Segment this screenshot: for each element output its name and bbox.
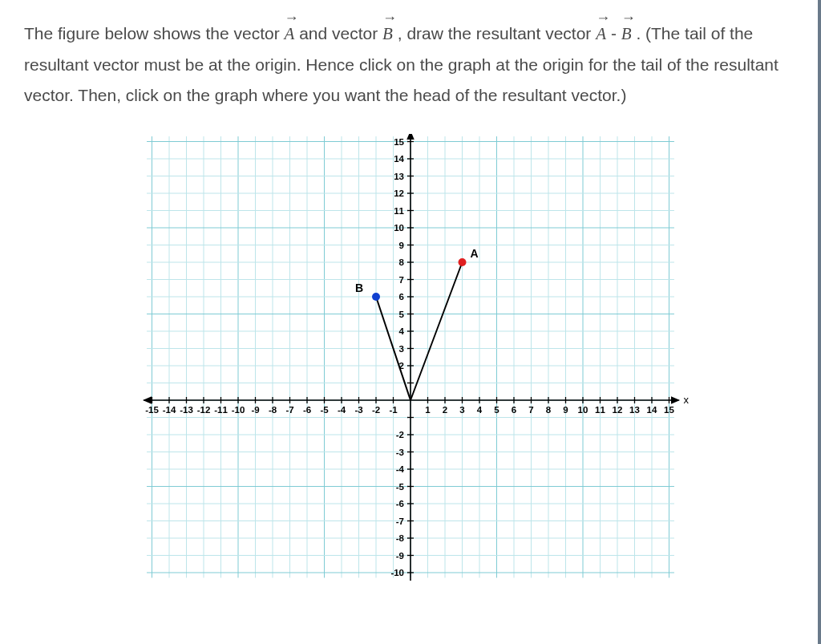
problem-text-dash: - bbox=[611, 24, 621, 43]
svg-text:7: 7 bbox=[399, 275, 404, 285]
graph-svg: xy-15-14-13-12-11-10-9-8-7-6-5-4-3-2-112… bbox=[130, 134, 691, 583]
svg-text:-4: -4 bbox=[396, 464, 405, 474]
svg-text:-6: -6 bbox=[303, 405, 311, 415]
problem-text-prefix: The figure below shows the vector bbox=[24, 24, 285, 43]
svg-text:11: 11 bbox=[394, 206, 404, 216]
svg-text:-7: -7 bbox=[396, 516, 404, 526]
svg-text:5: 5 bbox=[399, 310, 405, 319]
svg-text:15: 15 bbox=[664, 405, 674, 415]
svg-text:-2: -2 bbox=[396, 430, 404, 439]
content-area: The figure below shows the vector A and … bbox=[0, 0, 821, 599]
svg-text:3: 3 bbox=[399, 344, 404, 354]
scrollbar-track[interactable] bbox=[818, 0, 821, 644]
svg-text:1: 1 bbox=[425, 405, 431, 415]
svg-text:x: x bbox=[684, 394, 690, 406]
svg-text:-8: -8 bbox=[396, 533, 405, 543]
svg-text:12: 12 bbox=[613, 405, 623, 415]
svg-text:10: 10 bbox=[578, 405, 588, 415]
svg-text:13: 13 bbox=[394, 172, 404, 181]
coordinate-plane[interactable]: xy-15-14-13-12-11-10-9-8-7-6-5-4-3-2-112… bbox=[130, 134, 691, 583]
svg-text:7: 7 bbox=[528, 405, 533, 415]
svg-text:11: 11 bbox=[595, 405, 605, 415]
svg-text:2: 2 bbox=[443, 405, 447, 415]
svg-text:-13: -13 bbox=[180, 405, 193, 415]
vector-B-symbol: B bbox=[382, 16, 393, 50]
svg-text:-15: -15 bbox=[145, 405, 159, 415]
svg-text:-5: -5 bbox=[320, 405, 329, 415]
svg-text:-9: -9 bbox=[396, 551, 404, 561]
problem-text-mid1: and vector bbox=[299, 24, 382, 43]
svg-text:-14: -14 bbox=[163, 405, 176, 415]
svg-text:13: 13 bbox=[629, 405, 640, 415]
problem-text-mid2: , draw the resultant vector bbox=[398, 24, 596, 43]
svg-text:14: 14 bbox=[647, 405, 657, 415]
svg-text:-6: -6 bbox=[396, 499, 404, 508]
svg-text:6: 6 bbox=[512, 405, 516, 415]
svg-text:15: 15 bbox=[394, 137, 404, 147]
svg-point-173 bbox=[372, 293, 380, 301]
svg-text:-3: -3 bbox=[396, 448, 404, 457]
svg-text:8: 8 bbox=[546, 405, 552, 415]
svg-text:-4: -4 bbox=[338, 405, 346, 415]
graph-container: xy-15-14-13-12-11-10-9-8-7-6-5-4-3-2-112… bbox=[24, 134, 797, 583]
svg-text:4: 4 bbox=[399, 326, 405, 336]
svg-text:-1: -1 bbox=[389, 405, 398, 415]
svg-text:9: 9 bbox=[563, 405, 568, 415]
problem-statement: The figure below shows the vector A and … bbox=[24, 16, 797, 110]
svg-text:B: B bbox=[355, 281, 363, 294]
vector-A-symbol-2: A bbox=[596, 16, 606, 50]
svg-text:14: 14 bbox=[394, 154, 404, 164]
svg-text:12: 12 bbox=[394, 188, 404, 198]
svg-point-170 bbox=[459, 258, 467, 266]
svg-text:10: 10 bbox=[394, 223, 404, 233]
svg-text:-5: -5 bbox=[396, 482, 405, 492]
svg-text:5: 5 bbox=[494, 405, 499, 415]
vector-B-symbol-2: B bbox=[621, 16, 632, 50]
svg-text:-2: -2 bbox=[372, 405, 380, 415]
svg-text:-7: -7 bbox=[285, 405, 293, 415]
svg-text:3: 3 bbox=[459, 405, 464, 415]
svg-text:-11: -11 bbox=[214, 405, 228, 415]
svg-text:-3: -3 bbox=[354, 405, 362, 415]
svg-text:-10: -10 bbox=[232, 405, 245, 415]
svg-text:-9: -9 bbox=[251, 405, 259, 415]
svg-text:6: 6 bbox=[399, 292, 404, 302]
svg-text:A: A bbox=[471, 247, 479, 260]
vector-A-symbol: A bbox=[285, 16, 295, 50]
svg-text:8: 8 bbox=[399, 257, 405, 267]
svg-text:4: 4 bbox=[477, 405, 483, 415]
svg-text:-8: -8 bbox=[269, 405, 277, 415]
svg-text:-12: -12 bbox=[197, 405, 211, 415]
svg-text:9: 9 bbox=[399, 241, 404, 250]
svg-text:-10: -10 bbox=[390, 568, 404, 577]
